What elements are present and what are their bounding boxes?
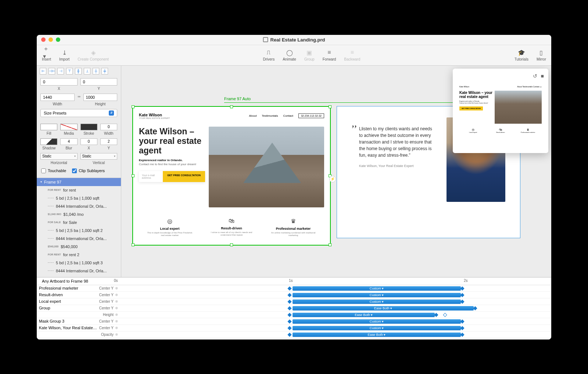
feature-icon: 🛍 bbox=[208, 218, 255, 224]
blur-input[interactable] bbox=[60, 138, 77, 145]
forward-button[interactable]: ≡Forward bbox=[323, 49, 336, 61]
animation-bar[interactable]: Custom ▾ bbox=[293, 286, 460, 291]
timeline-row[interactable]: Professional marketerCenter Y❄Custom ▾ bbox=[37, 285, 551, 292]
timeline-row[interactable]: Kate Wilson, Your Real Estate ExpertCent… bbox=[37, 325, 551, 331]
gear-icon[interactable]: ❄ bbox=[115, 319, 120, 323]
lock-aspect-icon[interactable]: ⚮ bbox=[78, 94, 80, 106]
keyframe-diamond[interactable] bbox=[460, 326, 464, 330]
record-icon[interactable]: ■ bbox=[541, 73, 544, 79]
create-component-button: ◈Create Component bbox=[78, 49, 109, 61]
animation-bar[interactable]: Custom ▾ bbox=[293, 319, 460, 324]
import-button[interactable]: ⤓Import bbox=[59, 49, 69, 61]
timeline-row[interactable]: Result-drivenCenter Y❄Custom ▾ bbox=[37, 292, 551, 298]
insert-button[interactable]: ＋▾Insert bbox=[42, 49, 51, 61]
horizontal-select[interactable]: Static bbox=[40, 153, 78, 160]
undo-icon[interactable]: ↺ bbox=[533, 73, 537, 79]
shadow-x-input[interactable] bbox=[80, 138, 97, 145]
keyframe-diamond[interactable] bbox=[288, 333, 292, 337]
frame-label[interactable]: Frame 97 Auto bbox=[224, 97, 251, 101]
layer-item[interactable]: $1,040 /mo$1,040 /mo bbox=[37, 210, 121, 218]
align-left-icon[interactable]: ⊢ bbox=[40, 68, 46, 75]
align-bottom-icon[interactable]: ⊥ bbox=[84, 68, 90, 75]
keyframe-diamond[interactable] bbox=[460, 319, 464, 323]
layer-item[interactable]: 8444 International Dr, Orla... bbox=[37, 267, 121, 275]
width-input[interactable] bbox=[40, 94, 75, 101]
close-button[interactable] bbox=[41, 37, 46, 42]
vertical-select[interactable]: Static bbox=[80, 153, 118, 160]
drivers-button[interactable]: ⎍Drivers bbox=[263, 49, 275, 61]
keyframe-diamond[interactable] bbox=[288, 326, 292, 330]
keyframe-diamond[interactable] bbox=[288, 286, 292, 290]
animation-bar[interactable]: Ease Both ▾ bbox=[293, 333, 460, 337]
gear-icon[interactable]: ❄ bbox=[115, 286, 120, 290]
distribute-v-icon[interactable]: ╪ bbox=[101, 68, 108, 75]
artboard-frame-97[interactable]: ⚡ Kate Wilson YOUR REAL ESTATE EXPERT Ab… bbox=[132, 106, 331, 246]
keyframe-diamond[interactable] bbox=[288, 313, 292, 317]
layer-item[interactable]: $540,000$540,000 bbox=[37, 243, 121, 251]
layer-item[interactable]: 5 bd | 2,5 ba | 1,000 sqft 3 bbox=[37, 259, 121, 267]
align-top-icon[interactable]: ⊤ bbox=[66, 68, 73, 75]
x-input[interactable] bbox=[40, 78, 78, 86]
timeline-row[interactable]: Local expertCenter Y❄Custom ▾ bbox=[37, 298, 551, 305]
shadow-y-input[interactable] bbox=[100, 138, 117, 145]
keyframe-diamond[interactable] bbox=[460, 293, 464, 297]
fill-swatch[interactable] bbox=[40, 124, 57, 130]
keyframe-diamond[interactable] bbox=[460, 286, 464, 290]
media-swatch[interactable] bbox=[60, 124, 77, 130]
clip-checkbox[interactable]: Clip Sublayers bbox=[72, 168, 105, 173]
distribute-h-icon[interactable]: ┼ bbox=[93, 68, 99, 75]
align-center-v-icon[interactable]: ╫ bbox=[75, 68, 82, 75]
keyframe-diamond[interactable] bbox=[288, 299, 292, 304]
animation-bar[interactable]: Ease Both ▾ bbox=[293, 313, 435, 317]
timeline-row[interactable]: Mask Group 3Center Y❄Custom ▾ bbox=[37, 318, 551, 325]
mirror-button[interactable]: ▯Mirror bbox=[537, 49, 546, 61]
size-presets-dropdown[interactable]: Size Presets⇵ bbox=[40, 109, 117, 117]
gear-icon[interactable]: ❄ bbox=[115, 326, 120, 330]
gear-icon[interactable]: ❄ bbox=[115, 306, 120, 310]
maximize-button[interactable] bbox=[56, 37, 60, 42]
timeline-row[interactable]: Opacity❄Ease Both ▾ bbox=[37, 331, 551, 338]
timeline-row[interactable]: Height❄Ease Both ▾ bbox=[37, 312, 551, 318]
y-input[interactable] bbox=[80, 78, 118, 86]
keyframe-diamond[interactable] bbox=[288, 306, 292, 310]
tutorials-button[interactable]: 🎓Tutorials bbox=[514, 49, 528, 61]
animation-bar[interactable]: Custom ▾ bbox=[293, 293, 460, 297]
align-center-h-icon[interactable]: ⊣⊢ bbox=[49, 68, 55, 75]
align-right-icon[interactable]: ⊣ bbox=[57, 68, 64, 75]
layer-item[interactable]: 5 bd | 2,5 ba | 1,000 sqft bbox=[37, 194, 121, 202]
stroke-swatch[interactable] bbox=[80, 124, 97, 130]
shadow-swatch[interactable] bbox=[40, 138, 57, 145]
timeline-ruler[interactable]: 0s 1s 2s bbox=[114, 277, 551, 285]
keyframe-diamond[interactable] bbox=[288, 319, 292, 323]
keyframe-diamond[interactable] bbox=[434, 313, 438, 317]
keyframe-diamond[interactable] bbox=[473, 306, 477, 310]
layer-item[interactable]: FOR RENTfor rent bbox=[37, 186, 121, 194]
layer-item[interactable]: FOR RENTfor rent 2 bbox=[37, 251, 121, 259]
gear-icon[interactable]: ❄ bbox=[115, 313, 120, 317]
keyframe-diamond[interactable] bbox=[460, 299, 464, 304]
layer-item[interactable]: FOR SALEfor Sale bbox=[37, 218, 121, 226]
titlebar[interactable]: Real Estate Landing.prd bbox=[37, 35, 551, 45]
layer-item[interactable]: 8444 International Dr, Orla... bbox=[37, 235, 121, 243]
animation-bar[interactable]: Ease Both ▾ bbox=[293, 306, 474, 311]
animation-bar[interactable]: Custom ▾ bbox=[293, 299, 460, 304]
layer-item[interactable]: 5 bd | 2,5 ba | 1,000 sqft 2 bbox=[37, 226, 121, 235]
touchable-checkbox[interactable]: Touchable bbox=[41, 168, 66, 173]
height-input[interactable] bbox=[83, 94, 118, 101]
stroke-width-input[interactable] bbox=[100, 124, 117, 130]
minimize-button[interactable] bbox=[49, 37, 53, 42]
canvas[interactable]: Frame 97 Auto Frame 9 ⚡ bbox=[121, 66, 551, 277]
gear-icon[interactable]: ❄ bbox=[115, 333, 120, 337]
interaction-icon[interactable]: ⚡ bbox=[329, 176, 336, 182]
animate-button[interactable]: ◯Animate bbox=[283, 49, 296, 61]
animation-bar[interactable]: Custom ▾ bbox=[293, 326, 460, 330]
keyframe-diamond[interactable] bbox=[460, 333, 464, 337]
keyframe-diamond[interactable] bbox=[288, 293, 292, 297]
preview-window[interactable]: ↺ ■ Kate WilsonAbout Testimonials Contac… bbox=[453, 69, 548, 153]
layer-item[interactable]: 8444 International Dr, Orla... bbox=[37, 202, 121, 210]
layer-header[interactable]: Frame 97 bbox=[37, 178, 121, 186]
gear-icon[interactable]: ❄ bbox=[115, 299, 120, 304]
timeline-row[interactable]: GroupCenter Y❄Ease Both ▾ bbox=[37, 305, 551, 312]
gear-icon[interactable]: ❄ bbox=[115, 293, 120, 297]
phone-badge: 32-234-112-32-32 bbox=[298, 113, 324, 118]
